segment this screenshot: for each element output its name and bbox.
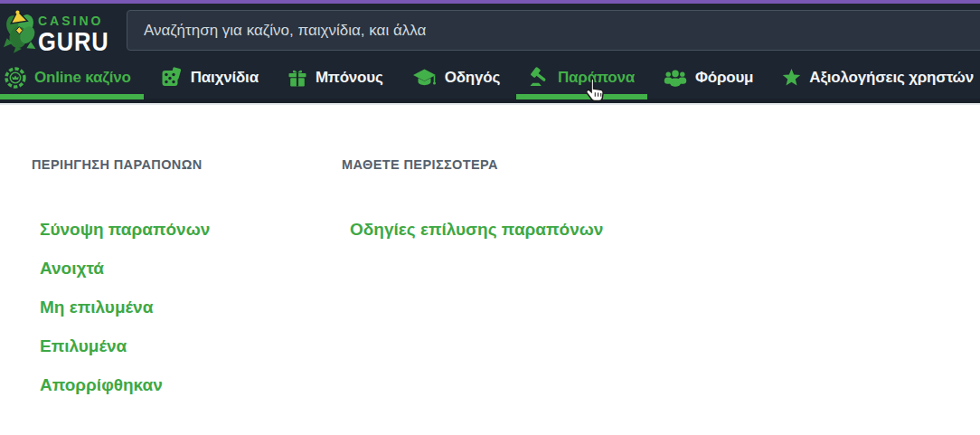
nav-item-guide[interactable]: Οδηγός (400, 56, 513, 99)
nav-item-games[interactable]: Παιχνίδια (147, 56, 271, 99)
nav-label: Παιχνίδια (191, 69, 259, 87)
nav-label: Οδηγός (445, 69, 500, 87)
dropdown-column-learn-more: ΜΑΘΕΤΕ ΠΕΡΙΣΣΟΤΕΡΑ Οδηγίες επίλυσης παρα… (342, 157, 603, 435)
list-item: Απορρίφθηκαν (40, 376, 342, 394)
list-item: Οδηγίες επίλυσης παραπόνων (350, 221, 603, 239)
gavel-icon (529, 67, 550, 88)
graduation-cap-icon (412, 68, 437, 88)
nav-item-user-reviews[interactable]: Αξιολογήσεις χρηστών (769, 56, 980, 99)
dropdown-column-browse-complaints: ΠΕΡΙΗΓΗΣΗ ΠΑΡΑΠΟΝΩΝ Σύνοψη παραπόνων Ανο… (32, 157, 342, 435)
gift-icon (287, 68, 307, 88)
list-item: Μη επιλυμένα (40, 298, 342, 317)
star-icon (782, 68, 801, 87)
casino-guru-logo[interactable]: CASINO GURU (3, 6, 125, 55)
nav-item-complaints[interactable]: Παράπονα (516, 56, 647, 99)
link-resolved-complaints[interactable]: Επιλυμένα (40, 336, 127, 355)
complaints-dropdown-panel: ΠΕΡΙΗΓΗΣΗ ΠΑΡΑΠΟΝΩΝ Σύνοψη παραπόνων Ανο… (0, 103, 980, 435)
casino-guru-page: CASINO GURU Online καζίνο (0, 0, 980, 435)
link-unresolved-complaints[interactable]: Μη επιλυμένα (40, 298, 153, 317)
brand-guru: GURU (38, 28, 108, 55)
column-header: ΜΑΘΕΤΕ ΠΕΡΙΣΣΟΤΕΡΑ (342, 157, 603, 173)
learn-more-link-list: Οδηγίες επίλυσης παραπόνων (342, 221, 603, 239)
brand-casino: CASINO (38, 14, 121, 27)
site-header: CASINO GURU (0, 4, 980, 56)
column-header: ΠΕΡΙΗΓΗΣΗ ΠΑΡΑΠΟΝΩΝ (32, 157, 342, 173)
lion-mascot-icon (4, 8, 40, 55)
list-item: Επιλυμένα (40, 337, 342, 355)
link-complaints-summary[interactable]: Σύνοψη παραπόνων (40, 220, 210, 239)
search-input[interactable] (127, 11, 980, 50)
nav-label: Μπόνους (316, 69, 383, 87)
casino-chip-icon (5, 67, 26, 89)
nav-item-forum[interactable]: Φόρουμ (651, 56, 766, 99)
list-item: Σύνοψη παραπόνων (40, 221, 342, 239)
search-box (127, 10, 980, 51)
nav-label: Παράπονα (558, 69, 635, 87)
people-icon (664, 68, 687, 88)
brand-text: CASINO GURU (38, 14, 121, 55)
main-navigation: Online καζίνο Παιχνίδια Μπόνου (0, 56, 980, 103)
link-open-complaints[interactable]: Ανοιχτά (40, 259, 104, 278)
nav-label: Φόρουμ (695, 69, 753, 87)
nav-item-bonuses[interactable]: Μπόνους (275, 56, 396, 99)
link-rejected-complaints[interactable]: Απορρίφθηκαν (40, 375, 163, 394)
dice-icon (160, 67, 183, 89)
nav-label: Αξιολογήσεις χρηστών (809, 69, 974, 87)
nav-item-online-casino[interactable]: Online καζίνο (0, 56, 144, 99)
list-item: Ανοιχτά (40, 260, 342, 278)
nav-label: Online καζίνο (34, 69, 131, 87)
complaints-link-list: Σύνοψη παραπόνων Ανοιχτά Μη επιλυμένα Επ… (32, 221, 342, 394)
link-complaint-resolution-guide[interactable]: Οδηγίες επίλυσης παραπόνων (350, 220, 603, 239)
